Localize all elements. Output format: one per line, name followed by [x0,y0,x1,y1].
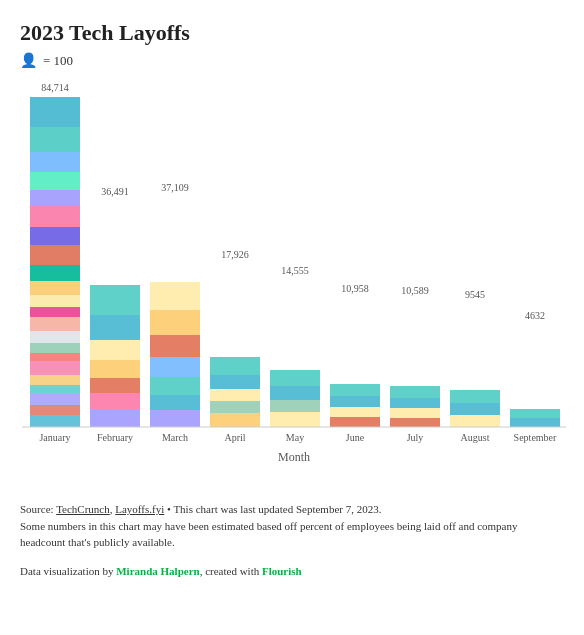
author-link[interactable]: Miranda Halpern [116,565,199,577]
svg-rect-15 [30,343,80,353]
svg-rect-39 [210,375,260,389]
svg-rect-2 [30,127,80,152]
svg-rect-57 [450,415,500,427]
label-sep: September [514,432,557,443]
svg-rect-58 [510,409,560,418]
svg-rect-37 [150,410,200,427]
page-title: 2023 Tech Layoffs [20,20,564,46]
svg-rect-51 [390,386,440,398]
svg-rect-35 [150,377,200,395]
bar-may [270,370,320,427]
footer: Data visualization by Miranda Halpern, c… [20,565,564,577]
bar-july [390,386,440,427]
svg-rect-9 [30,265,80,281]
source-section: Source: TechCrunch, Layoffs.fyi • This c… [20,501,564,551]
label-jan: January [39,432,70,443]
bar-june [330,384,380,427]
svg-rect-44 [270,386,320,400]
svg-rect-3 [30,152,80,172]
svg-rect-48 [330,396,380,407]
svg-rect-40 [210,389,260,401]
svg-rect-26 [90,340,140,360]
bar-chart: 84,714 36,491 37,109 17,926 14,555 10,95… [22,79,566,499]
footer-prefix: Data visualization by [20,565,116,577]
value-sep: 4632 [525,310,545,321]
svg-rect-31 [150,282,200,310]
value-jan: 84,714 [41,82,69,93]
svg-rect-19 [30,385,80,393]
svg-rect-33 [150,335,200,357]
value-feb: 36,491 [101,186,129,197]
svg-rect-32 [150,310,200,335]
label-may: May [286,432,304,443]
x-axis-label: Month [278,450,310,464]
svg-rect-16 [30,353,80,361]
bar-january [30,97,80,427]
label-jul: July [407,432,424,443]
svg-rect-13 [30,317,80,331]
svg-rect-43 [270,370,320,386]
svg-rect-11 [30,295,80,307]
svg-rect-34 [150,357,200,377]
bar-september [510,409,560,427]
svg-rect-5 [30,190,80,205]
label-feb: February [97,432,133,443]
label-apr: April [224,432,245,443]
svg-rect-38 [210,357,260,375]
svg-rect-6 [30,205,80,227]
svg-rect-55 [450,390,500,403]
svg-rect-36 [150,395,200,410]
svg-rect-59 [510,418,560,427]
svg-rect-41 [210,401,260,413]
footer-middle: , created with [200,565,262,577]
svg-rect-21 [30,405,80,415]
svg-rect-47 [330,384,380,396]
source-link-layoffs[interactable]: Layoffs.fyi [115,503,164,515]
label-aug: August [461,432,490,443]
svg-rect-7 [30,227,80,245]
svg-rect-53 [390,408,440,418]
person-icon: 👤 [20,52,37,69]
bar-march [150,282,200,427]
svg-rect-27 [90,360,140,378]
source-prefix: Source: [20,503,56,515]
legend: 👤 = 100 [20,52,564,69]
bar-february [90,285,140,427]
bar-april [210,357,260,427]
svg-rect-49 [330,407,380,417]
value-apr: 17,926 [221,249,249,260]
svg-rect-50 [330,417,380,427]
svg-rect-30 [90,409,140,427]
svg-rect-12 [30,307,80,317]
svg-rect-10 [30,281,80,295]
svg-rect-22 [30,415,80,427]
svg-rect-18 [30,375,80,385]
svg-rect-4 [30,172,80,190]
svg-rect-24 [90,285,140,315]
svg-rect-8 [30,245,80,265]
svg-rect-14 [30,331,80,343]
svg-rect-42 [210,413,260,427]
value-mar: 37,109 [161,182,189,193]
svg-rect-46 [270,412,320,427]
svg-rect-52 [390,398,440,408]
svg-rect-45 [270,400,320,412]
flourish-link[interactable]: Flourish [262,565,302,577]
value-jul: 10,589 [401,285,429,296]
source-note: Some numbers in this chart may have been… [20,520,518,549]
value-jun: 10,958 [341,283,369,294]
svg-rect-56 [450,403,500,415]
chart-area: 84,714 36,491 37,109 17,926 14,555 10,95… [22,79,562,489]
svg-rect-25 [90,315,140,340]
label-jun: June [346,432,365,443]
svg-rect-1 [30,97,80,127]
svg-rect-20 [30,393,80,405]
source-link-techcrunch[interactable]: TechCrunch [56,503,110,515]
label-mar: March [162,432,188,443]
svg-rect-17 [30,361,80,375]
svg-rect-54 [390,418,440,427]
legend-label: = 100 [43,53,73,69]
value-aug: 9545 [465,289,485,300]
bar-august [450,390,500,427]
value-may: 14,555 [281,265,309,276]
